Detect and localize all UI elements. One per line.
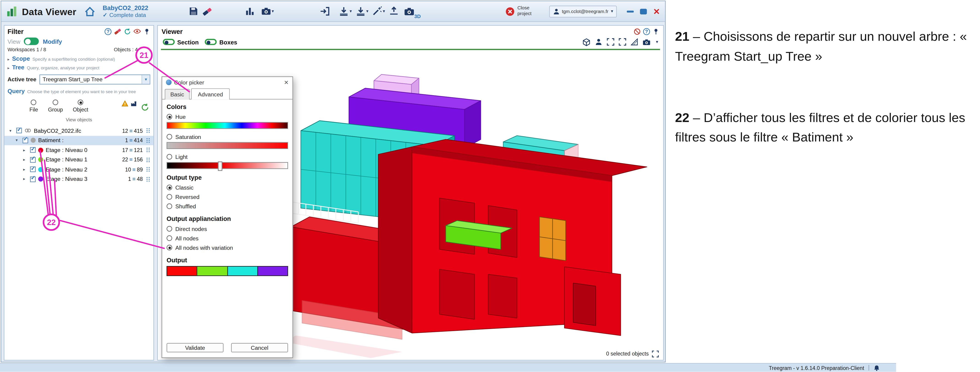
help-icon[interactable]: ? bbox=[105, 28, 111, 35]
eraser-icon[interactable] bbox=[202, 6, 212, 16]
saturation-label: Saturation bbox=[175, 134, 201, 140]
drag-handle-icon[interactable] bbox=[145, 156, 151, 163]
dialog-titlebar[interactable]: Color picker ✕ bbox=[162, 77, 293, 87]
minimize-button[interactable] bbox=[627, 10, 634, 12]
recompute-icon[interactable] bbox=[141, 103, 149, 111]
window-close-button[interactable]: ✕ bbox=[653, 6, 660, 16]
radio-classic[interactable]: Classic bbox=[167, 183, 288, 192]
cancel-button[interactable]: Cancel bbox=[231, 343, 288, 352]
cube-icon[interactable] bbox=[583, 38, 591, 46]
pin-icon[interactable] bbox=[143, 28, 150, 35]
bell-icon[interactable] bbox=[873, 365, 880, 371]
tools-icon[interactable] bbox=[372, 6, 382, 16]
tree-expander-icon[interactable]: ▾ bbox=[10, 128, 14, 133]
eraser-icon[interactable] bbox=[114, 27, 122, 35]
tree-row-niveau-1[interactable]: ▸ ✓ Etage : Niveau 1 22≡156 bbox=[4, 155, 153, 165]
view-modify-toggle[interactable] bbox=[24, 38, 39, 45]
tree-row-niveau-2[interactable]: ▸ ✓ Etage : Niveau 2 10≡89 bbox=[4, 165, 153, 174]
checkbox[interactable]: ✓ bbox=[30, 147, 36, 153]
caret-down-icon[interactable]: ▾ bbox=[366, 9, 369, 14]
factory-icon[interactable] bbox=[130, 100, 137, 107]
tree-expander-icon[interactable]: ▸ bbox=[23, 157, 27, 162]
hue-gradient-bar[interactable] bbox=[167, 122, 288, 129]
radio-all-nodes-variation[interactable]: All nodes with variation bbox=[167, 243, 288, 252]
tree-row-ifc[interactable]: ▾ ✓ BabyCO2_2022.ifc 12≡415 bbox=[4, 126, 153, 135]
screenshot-3d-button[interactable]: 3D bbox=[404, 6, 414, 16]
radio-shuffled[interactable]: Shuffled bbox=[167, 202, 288, 210]
no-render-icon[interactable] bbox=[634, 28, 641, 35]
export-icon[interactable] bbox=[356, 6, 366, 16]
screenshot-icon[interactable] bbox=[261, 6, 271, 16]
download-icon[interactable] bbox=[339, 6, 349, 16]
drag-handle-icon[interactable] bbox=[145, 127, 151, 134]
caret-down-icon[interactable]: ▾ bbox=[350, 9, 352, 14]
drag-handle-icon[interactable] bbox=[145, 146, 151, 153]
tree-row-batiment[interactable]: ▾ ✓ Batiment : 1≡414 bbox=[4, 135, 153, 145]
status-bar: Treegram - v 1.6.14.0 Preparation-Client bbox=[0, 363, 896, 372]
radio-group[interactable]: Group bbox=[48, 100, 63, 113]
caret-down-icon[interactable]: ▾ bbox=[142, 75, 150, 84]
upload-icon[interactable] bbox=[389, 6, 399, 16]
radio-file[interactable]: File bbox=[30, 100, 38, 113]
query-section-label[interactable]: Query bbox=[8, 88, 25, 95]
scope-section-label[interactable]: Scope bbox=[12, 55, 30, 62]
tree-expander-icon[interactable]: ▸ bbox=[23, 167, 27, 172]
tree-expander-icon[interactable]: ▾ bbox=[16, 138, 20, 143]
pin-icon[interactable] bbox=[652, 28, 659, 35]
building-graphics bbox=[283, 75, 647, 358]
section-toggle[interactable]: Section bbox=[163, 38, 199, 45]
help-icon[interactable]: ? bbox=[643, 28, 650, 35]
radio-object[interactable]: Object bbox=[73, 100, 88, 113]
project-info[interactable]: BabyCO2_2022 ✓Complete data bbox=[103, 4, 148, 18]
drag-handle-icon[interactable] bbox=[145, 176, 151, 183]
user-view-icon[interactable] bbox=[595, 38, 603, 46]
home-icon[interactable] bbox=[84, 6, 95, 16]
light-gradient-bar[interactable] bbox=[167, 162, 288, 169]
selection-box-icon[interactable] bbox=[652, 350, 659, 357]
tab-basic[interactable]: Basic bbox=[165, 89, 189, 99]
import-icon[interactable] bbox=[320, 6, 330, 16]
tab-advanced[interactable]: Advanced bbox=[191, 88, 230, 100]
caret-down-icon[interactable]: ▾ bbox=[383, 9, 385, 14]
tree-row-niveau-0[interactable]: ▸ ✓ Etage : Niveau 0 17≡121 bbox=[4, 145, 153, 155]
measure-icon[interactable] bbox=[631, 38, 638, 46]
validate-button[interactable]: Validate bbox=[167, 343, 224, 352]
maximize-button[interactable] bbox=[640, 8, 647, 14]
tree-expander-icon[interactable]: ▸ bbox=[23, 148, 27, 153]
fit-view-icon[interactable] bbox=[607, 38, 615, 46]
caret-down-icon[interactable]: ▾ bbox=[272, 9, 274, 14]
snapshot-icon[interactable] bbox=[643, 38, 651, 46]
user-menu[interactable]: tgm.cclot@treegram.fr ▾ bbox=[549, 5, 617, 17]
radio-direct-nodes[interactable]: Direct nodes bbox=[167, 225, 288, 233]
caret-down-icon[interactable]: ▾ bbox=[656, 40, 658, 45]
light-slider-handle[interactable] bbox=[218, 161, 222, 170]
refresh-icon[interactable] bbox=[124, 28, 131, 35]
checkbox[interactable]: ✓ bbox=[16, 128, 22, 134]
tree-expander-icon[interactable]: ▸ bbox=[23, 177, 27, 182]
active-tree-dropdown[interactable]: Treegram Start_up Tree ▾ bbox=[40, 75, 150, 84]
tree-section-label[interactable]: Tree bbox=[12, 64, 24, 71]
radio-light[interactable]: Light bbox=[167, 153, 288, 161]
tree-row-niveau-3[interactable]: ▸ ✓ Etage : Niveau 3 1≡48 bbox=[4, 174, 153, 184]
fullscreen-icon[interactable] bbox=[619, 38, 627, 46]
chevron-right-icon[interactable]: ▸ bbox=[8, 66, 10, 71]
save-icon[interactable] bbox=[188, 6, 198, 16]
checkbox[interactable]: ✓ bbox=[30, 176, 36, 182]
drag-handle-icon[interactable] bbox=[145, 137, 151, 144]
boxes-toggle[interactable]: Boxes bbox=[205, 38, 237, 45]
radio-reversed[interactable]: Reversed bbox=[167, 193, 288, 201]
radio-saturation[interactable]: Saturation bbox=[167, 133, 288, 141]
checkbox[interactable]: ✓ bbox=[30, 167, 36, 172]
chevron-right-icon[interactable]: ▸ bbox=[8, 57, 10, 62]
radio-hue[interactable]: Hue bbox=[167, 113, 288, 121]
checkbox[interactable]: ✓ bbox=[30, 157, 36, 163]
chart-icon[interactable] bbox=[245, 6, 255, 16]
radio-all-nodes[interactable]: All nodes bbox=[167, 234, 288, 242]
app-window: Data Viewer BabyCO2_2022 ✓Complete data … bbox=[1, 1, 666, 362]
checkbox[interactable]: ✓ bbox=[22, 138, 28, 143]
eye-icon[interactable] bbox=[133, 27, 141, 35]
close-project-button[interactable]: Close project bbox=[506, 6, 537, 17]
dialog-close-icon[interactable]: ✕ bbox=[284, 79, 289, 85]
drag-handle-icon[interactable] bbox=[145, 166, 151, 173]
saturation-gradient-bar[interactable] bbox=[167, 142, 288, 149]
